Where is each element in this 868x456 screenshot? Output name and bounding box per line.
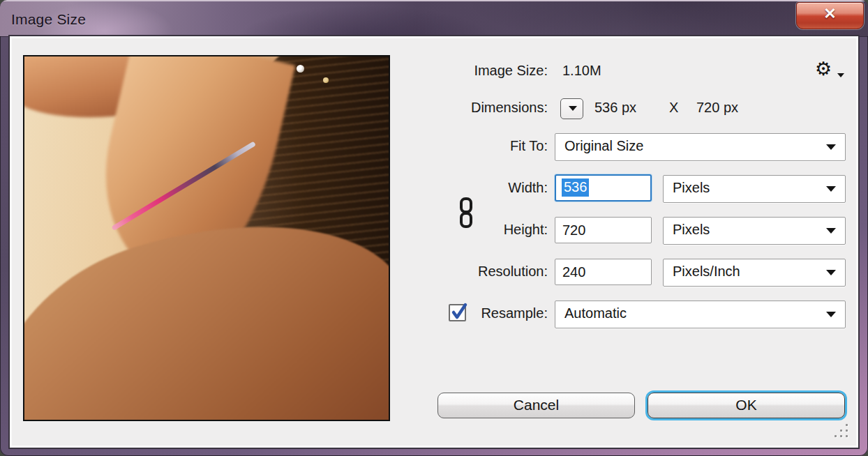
gear-icon: ⚙	[815, 59, 832, 79]
chevron-down-icon	[826, 312, 836, 317]
photo-earring-detail	[297, 65, 304, 73]
resolution-input[interactable]	[555, 259, 652, 285]
resolution-unit-value: Pixels/Inch	[673, 264, 740, 280]
fit-to-label: Fit To:	[349, 138, 548, 154]
height-input[interactable]	[555, 217, 652, 243]
image-size-dialog-window: Image Size ✕ Image Size: 1.10M ⚙ Dimensi…	[0, 0, 868, 456]
resample-label: Resample:	[349, 305, 548, 321]
fit-to-value: Original Size	[564, 138, 643, 154]
dimensions-dropdown-button[interactable]	[560, 98, 583, 119]
image-size-label: Image Size:	[349, 63, 548, 79]
chevron-down-icon	[826, 228, 836, 234]
chevron-down-icon	[826, 144, 836, 150]
dimensions-height-value: 720 px	[696, 100, 738, 116]
height-label: Height:	[349, 222, 548, 238]
resize-grip[interactable]	[835, 424, 850, 441]
titlebar: Image Size ✕	[0, 0, 868, 36]
image-size-value: 1.10M	[562, 63, 601, 79]
window-title: Image Size	[11, 11, 86, 28]
height-unit-select[interactable]: Pixels	[663, 217, 846, 245]
resolution-unit-select[interactable]: Pixels/Inch	[663, 259, 846, 287]
chevron-down-icon	[837, 73, 844, 77]
dimensions-label: Dimensions:	[349, 100, 548, 116]
close-button[interactable]: ✕	[796, 2, 864, 29]
dimensions-width-value: 536 px	[594, 100, 636, 116]
width-unit-value: Pixels	[673, 180, 710, 196]
photo-earring-detail	[323, 77, 329, 83]
height-unit-value: Pixels	[673, 222, 710, 238]
resample-select[interactable]: Automatic	[555, 301, 846, 328]
chevron-down-icon	[826, 270, 836, 275]
fit-to-select[interactable]: Original Size	[555, 133, 846, 161]
width-unit-select[interactable]: Pixels	[663, 175, 846, 203]
resolution-label: Resolution:	[349, 264, 548, 280]
chevron-down-icon	[826, 186, 836, 192]
width-label: Width:	[349, 180, 548, 196]
cancel-button[interactable]: Cancel	[437, 393, 635, 418]
width-input[interactable]: 536	[555, 174, 652, 202]
image-preview	[23, 55, 390, 421]
settings-gear-button[interactable]: ⚙	[815, 59, 846, 81]
width-value-selected: 536	[562, 178, 589, 197]
chevron-down-icon	[569, 106, 577, 111]
ok-button[interactable]: OK	[648, 393, 845, 418]
close-icon: ✕	[823, 5, 836, 23]
dimensions-separator: X	[669, 100, 678, 116]
resample-value: Automatic	[564, 305, 627, 321]
